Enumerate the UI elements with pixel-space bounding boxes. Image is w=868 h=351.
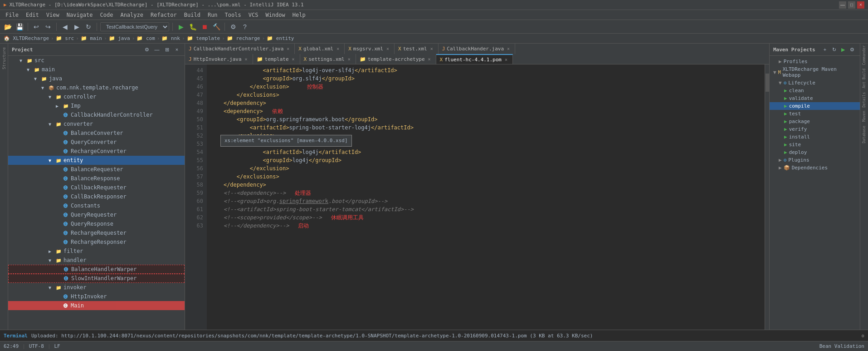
menu-refactor[interactable]: Refactor [147,11,180,19]
sidebar-expand-button[interactable]: ⊞ [163,45,171,54]
tree-item-queryconverter[interactable]: 🅒 QueryConverter [8,138,185,147]
tab-globalxml[interactable]: X global.xml × [295,44,345,54]
tree-item-callbackrequester[interactable]: 🅒 CallbackRequester [8,183,185,192]
maven-run-button[interactable]: ▶ [839,45,847,54]
tree-item-rechargeconverter[interactable]: 🅒 RechargeConverter [8,147,185,156]
sidebar-collapse-button[interactable]: — [153,45,161,54]
menu-window[interactable]: Window [262,11,288,19]
tree-item-converter[interactable]: ▼ 📁 converter [8,119,185,129]
maven-side-label[interactable]: Maven [862,111,866,122]
tab-close-icon[interactable]: × [385,46,390,51]
tab-testxml[interactable]: X test.xml × [395,44,439,54]
bc-project[interactable]: 🏠 XLTDRecharge [4,35,49,41]
menu-file[interactable]: File [2,11,22,19]
menu-analyze[interactable]: Analyze [117,11,147,19]
tree-item-rechargerequester[interactable]: 🅒 RechargeRequester [8,228,185,237]
maven-clean[interactable]: ▶ clean [770,87,860,94]
ant-build-label[interactable]: Ant Build [862,69,866,88]
tree-item-balancehandlerwarper[interactable]: 🅒 BalanceHandlerWarper [8,265,185,274]
tab-close-icon[interactable]: × [427,57,432,62]
refresh-button[interactable]: ↻ [83,22,93,32]
redo-button[interactable]: ↪ [43,22,53,32]
maven-compile[interactable]: ▶ compile [770,102,860,110]
bc-recharge[interactable]: 📁 recharge [227,35,260,41]
save-button[interactable]: 💾 [15,22,24,32]
sidebar-close-button[interactable]: × [173,45,181,54]
bc-main[interactable]: 📁 main [81,35,102,41]
tree-item-callbackhandlercontroller[interactable]: 🅒 CallbackHandlerController [8,110,185,119]
maven-package[interactable]: ▶ package [770,118,860,125]
tree-item-main[interactable]: ▼ 📁 main [8,65,185,74]
vertical-scrollbar[interactable] [765,64,769,330]
tree-item-balancerequester[interactable]: 🅒 BalanceRequester [8,165,185,174]
tab-close-icon[interactable]: × [291,57,296,62]
sidebar-settings-button[interactable]: ⚙ [143,45,151,54]
terminal-label[interactable]: Terminal [4,333,28,339]
maven-verify[interactable]: ▶ verify [770,125,860,133]
tree-item-java[interactable]: ▼ 📁 java [8,74,185,83]
tree-item-queryrequester[interactable]: 🅒 QueryRequester [8,210,185,219]
tree-item-controller[interactable]: ▼ 📁 controller [8,92,185,101]
maven-test[interactable]: ▶ test [770,110,860,118]
tree-item-handler[interactable]: ▼ 📁 handler [8,256,185,265]
maven-dependencies[interactable]: ▶ 📦 Dependencies [770,164,860,172]
maven-lifecycle[interactable]: ▼ ⚙ Lifecycle [770,79,860,87]
tree-item-package[interactable]: ▼ 📦 com.nnk.template.recharge [8,83,185,92]
maximize-button[interactable]: □ [848,1,855,9]
tree-item-filter[interactable]: ▶ 📁 filter [8,247,185,256]
tree-item-rechargeresponser[interactable]: 🅒 RechargeResponser [8,237,185,247]
build-button[interactable]: 🔨 [211,22,221,32]
tree-item-src[interactable]: ▼ 📁 src [8,56,185,65]
details-label[interactable]: Details [862,92,866,108]
bc-template[interactable]: 📁 template [187,35,220,41]
tab-callbackhandlercontroller[interactable]: J CallbackHandlerController.java × [185,44,295,54]
maven-project[interactable]: ▼ M XLTDRecharge Maven Webapp [770,65,860,79]
maven-validate[interactable]: ▶ validate [770,94,860,102]
debug-button[interactable]: 🐛 [188,22,198,32]
tab-template[interactable]: 📁 template × [253,54,300,64]
tab-close-icon[interactable]: × [503,57,509,62]
tree-item-main-class[interactable]: 🅒 Main [8,301,185,310]
maven-deploy[interactable]: ▶ deploy [770,148,860,156]
tab-httpinvoker[interactable]: J HttpInvoker.java × [185,54,253,64]
database-label[interactable]: Database [862,126,866,143]
undo-button[interactable]: ↩ [31,22,41,32]
run-config-selector[interactable]: TestCallback.testQuery [100,22,169,31]
forward-button[interactable]: ▶ [72,22,82,32]
tab-close-icon[interactable]: × [335,46,341,51]
tree-item-imp[interactable]: ▶ 📁 Imp [8,101,185,110]
menu-view[interactable]: View [43,11,63,19]
tree-item-slowinthandlerwarper[interactable]: 🅒 SlowIntHandlerWarper [8,274,185,283]
tab-close-icon[interactable]: × [346,57,352,62]
tab-close-icon[interactable]: × [285,46,291,51]
tab-close-icon[interactable]: × [506,46,511,51]
bc-java[interactable]: 📁 java [109,35,130,41]
menu-code[interactable]: Code [97,11,117,19]
menu-help[interactable]: Help [289,11,309,19]
tab-callbackhander[interactable]: J CallbackHander.java × [439,44,515,54]
help-button[interactable]: ? [240,22,250,32]
terminal-button[interactable]: ⚙ [228,22,238,32]
maven-settings-button[interactable]: ⚙ [848,45,856,54]
tab-msgsrvxml[interactable]: X msgsrv.xml × [345,44,395,54]
commander-label[interactable]: Commander [862,45,866,65]
code-content[interactable]: <artifactId>log4j-over-slf4j</artifactId… [207,64,765,330]
tab-settingsxml[interactable]: X settings.xml × [300,54,356,64]
tree-item-balanceconverter[interactable]: 🅒 BalanceConverter [8,129,185,138]
scrollbar-thumb[interactable] [766,74,769,92]
back-button[interactable]: ◀ [60,22,70,32]
maven-refresh-button[interactable]: ↻ [830,45,838,54]
menu-build[interactable]: Build [180,11,204,19]
open-button[interactable]: 📂 [3,22,13,32]
tree-item-httpinvoker[interactable]: 🅒 HttpInvoker [8,292,185,301]
maven-site[interactable]: ▶ site [770,141,860,148]
menu-run[interactable]: Run [204,11,221,19]
tree-item-entity[interactable]: ▼ 📁 entity [8,156,185,165]
minimize-button[interactable]: — [839,1,846,9]
maven-profiles[interactable]: ▶ Profiles [770,58,860,65]
bc-src[interactable]: 📁 src [56,35,74,41]
bc-com[interactable]: 📁 com [137,35,155,41]
maven-install[interactable]: ▶ install [770,133,860,141]
tree-item-constants[interactable]: 🅒 Constants [8,201,185,210]
menu-vcs[interactable]: VCS [245,11,262,19]
